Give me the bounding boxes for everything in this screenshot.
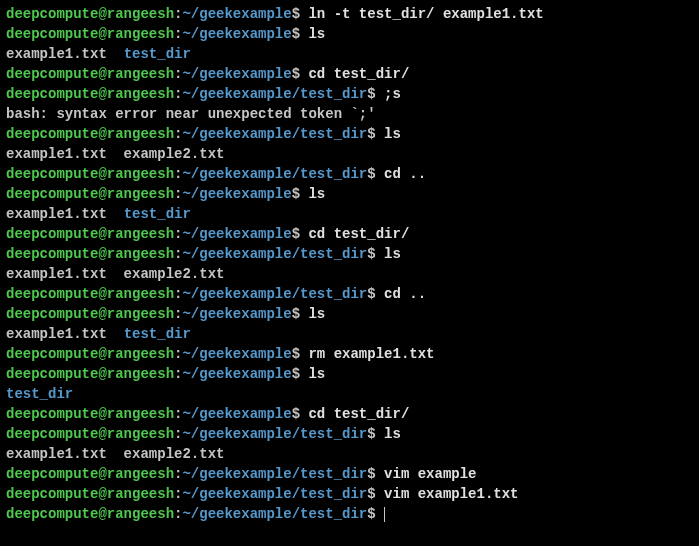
prompt-symbol: $ bbox=[367, 486, 375, 502]
command-text: cd test_dir/ bbox=[300, 226, 409, 242]
cwd-path: ~/geekexample/test_dir bbox=[182, 126, 367, 142]
user-host: deepcompute@rangeesh bbox=[6, 6, 174, 22]
command-text: rm example1.txt bbox=[300, 346, 434, 362]
prompt-symbol: $ bbox=[367, 286, 375, 302]
terminal-output-line: example1.txt example2.txt bbox=[6, 144, 693, 164]
terminal-output-line: example1.txt example2.txt bbox=[6, 264, 693, 284]
terminal-output-line: example1.txt test_dir bbox=[6, 44, 693, 64]
prompt-symbol: $ bbox=[367, 166, 375, 182]
terminal-line: deepcompute@rangeesh:~/geekexample$ cd t… bbox=[6, 224, 693, 244]
output-files: example1.txt example2.txt bbox=[6, 446, 224, 462]
cwd-path: ~/geekexample/test_dir bbox=[182, 166, 367, 182]
output-file: example1.txt bbox=[6, 206, 124, 222]
user-host: deepcompute@rangeesh bbox=[6, 286, 174, 302]
cwd-path: ~/geekexample bbox=[182, 406, 291, 422]
terminal-line: deepcompute@rangeesh:~/geekexample$ ls bbox=[6, 304, 693, 324]
cwd-path: ~/geekexample bbox=[182, 366, 291, 382]
terminal-line: deepcompute@rangeesh:~/geekexample/test_… bbox=[6, 244, 693, 264]
terminal-line: deepcompute@rangeesh:~/geekexample/test_… bbox=[6, 484, 693, 504]
terminal-line: deepcompute@rangeesh:~/geekexample$ ls bbox=[6, 184, 693, 204]
prompt-symbol: $ bbox=[292, 406, 300, 422]
prompt-symbol: $ bbox=[292, 306, 300, 322]
output-files: example1.txt example2.txt bbox=[6, 146, 224, 162]
cwd-path: ~/geekexample/test_dir bbox=[182, 466, 367, 482]
prompt-symbol: $ bbox=[367, 466, 375, 482]
user-host: deepcompute@rangeesh bbox=[6, 426, 174, 442]
command-text: ls bbox=[300, 366, 325, 382]
user-host: deepcompute@rangeesh bbox=[6, 86, 174, 102]
cwd-path: ~/geekexample bbox=[182, 186, 291, 202]
command-text: cd .. bbox=[376, 166, 426, 182]
command-text: ls bbox=[300, 186, 325, 202]
user-host: deepcompute@rangeesh bbox=[6, 246, 174, 262]
user-host: deepcompute@rangeesh bbox=[6, 486, 174, 502]
command-text: ls bbox=[376, 246, 401, 262]
terminal-output-line: example1.txt test_dir bbox=[6, 204, 693, 224]
command-text: cd .. bbox=[376, 286, 426, 302]
cwd-path: ~/geekexample/test_dir bbox=[182, 486, 367, 502]
prompt-symbol: $ bbox=[292, 26, 300, 42]
terminal-line: deepcompute@rangeesh:~/geekexample$ ln -… bbox=[6, 4, 693, 24]
user-host: deepcompute@rangeesh bbox=[6, 366, 174, 382]
prompt-symbol: $ bbox=[292, 6, 300, 22]
user-host: deepcompute@rangeesh bbox=[6, 66, 174, 82]
cwd-path: ~/geekexample bbox=[182, 346, 291, 362]
terminal-output-line: bash: syntax error near unexpected token… bbox=[6, 104, 693, 124]
cursor-icon bbox=[384, 507, 385, 522]
user-host: deepcompute@rangeesh bbox=[6, 186, 174, 202]
prompt-symbol: $ bbox=[292, 366, 300, 382]
terminal-line: deepcompute@rangeesh:~/geekexample$ rm e… bbox=[6, 344, 693, 364]
command-text: vim example bbox=[376, 466, 477, 482]
prompt-symbol: $ bbox=[367, 126, 375, 142]
prompt-symbol: $ bbox=[292, 66, 300, 82]
cwd-path: ~/geekexample bbox=[182, 306, 291, 322]
cwd-path: ~/geekexample bbox=[182, 66, 291, 82]
output-dir: test_dir bbox=[124, 206, 191, 222]
user-host: deepcompute@rangeesh bbox=[6, 346, 174, 362]
cwd-path: ~/geekexample bbox=[182, 226, 291, 242]
output-file: example1.txt bbox=[6, 326, 124, 342]
command-text: ln -t test_dir/ example1.txt bbox=[300, 6, 544, 22]
terminal-line: deepcompute@rangeesh:~/geekexample$ cd t… bbox=[6, 64, 693, 84]
output-dir: test_dir bbox=[124, 46, 191, 62]
terminal-output-line: example1.txt example2.txt bbox=[6, 444, 693, 464]
terminal-line: deepcompute@rangeesh:~/geekexample/test_… bbox=[6, 164, 693, 184]
terminal-line: deepcompute@rangeesh:~/geekexample$ cd t… bbox=[6, 404, 693, 424]
prompt-symbol: $ bbox=[292, 186, 300, 202]
command-text: ls bbox=[376, 426, 401, 442]
prompt-symbol: $ bbox=[367, 86, 375, 102]
terminal-line: deepcompute@rangeesh:~/geekexample/test_… bbox=[6, 124, 693, 144]
terminal-line: deepcompute@rangeesh:~/geekexample/test_… bbox=[6, 284, 693, 304]
command-text: cd test_dir/ bbox=[300, 66, 409, 82]
user-host: deepcompute@rangeesh bbox=[6, 126, 174, 142]
terminal-line: deepcompute@rangeesh:~/geekexample/test_… bbox=[6, 84, 693, 104]
terminal-line: deepcompute@rangeesh:~/geekexample$ ls bbox=[6, 24, 693, 44]
user-host: deepcompute@rangeesh bbox=[6, 406, 174, 422]
user-host: deepcompute@rangeesh bbox=[6, 166, 174, 182]
output-dir: test_dir bbox=[6, 386, 73, 402]
prompt-symbol: $ bbox=[292, 226, 300, 242]
output-dir: test_dir bbox=[124, 326, 191, 342]
terminal-active-line[interactable]: deepcompute@rangeesh:~/geekexample/test_… bbox=[6, 504, 693, 524]
command-text: ;s bbox=[376, 86, 401, 102]
command-text: cd test_dir/ bbox=[300, 406, 409, 422]
terminal-line: deepcompute@rangeesh:~/geekexample/test_… bbox=[6, 464, 693, 484]
prompt-symbol: $ bbox=[367, 246, 375, 262]
terminal-output-line: test_dir bbox=[6, 384, 693, 404]
terminal-output-line: example1.txt test_dir bbox=[6, 324, 693, 344]
command-text: ls bbox=[300, 26, 325, 42]
user-host: deepcompute@rangeesh bbox=[6, 506, 174, 522]
prompt-symbol: $ bbox=[367, 426, 375, 442]
output-files: example1.txt example2.txt bbox=[6, 266, 224, 282]
cwd-path: ~/geekexample bbox=[182, 26, 291, 42]
cwd-path: ~/geekexample/test_dir bbox=[182, 286, 367, 302]
user-host: deepcompute@rangeesh bbox=[6, 226, 174, 242]
user-host: deepcompute@rangeesh bbox=[6, 306, 174, 322]
cwd-path: ~/geekexample/test_dir bbox=[182, 426, 367, 442]
output-error: bash: syntax error near unexpected token… bbox=[6, 106, 376, 122]
cwd-path: ~/geekexample/test_dir bbox=[182, 86, 367, 102]
command-input[interactable] bbox=[376, 506, 384, 522]
command-text: ls bbox=[376, 126, 401, 142]
prompt-symbol: $ bbox=[367, 506, 375, 522]
cwd-path: ~/geekexample/test_dir bbox=[182, 506, 367, 522]
